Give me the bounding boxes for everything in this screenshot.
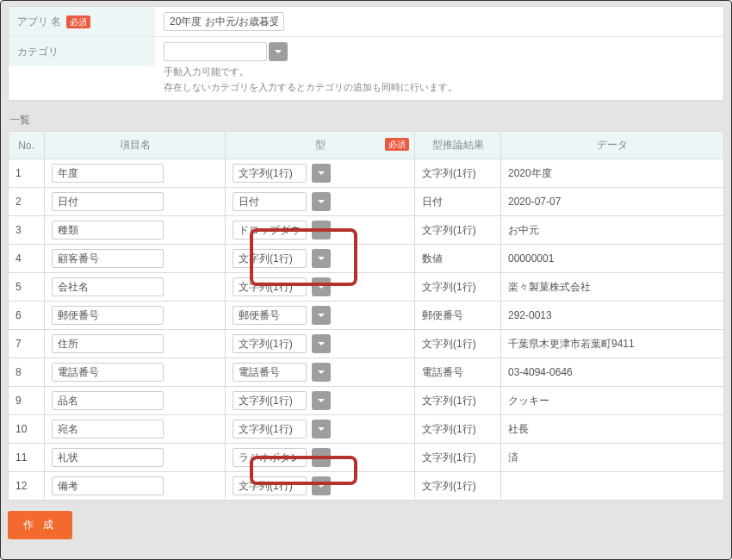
cell-data: クッキー <box>501 387 724 415</box>
table-row: 7文字列(1行)千葉県木更津市若葉町9411 <box>9 330 724 358</box>
label-app-name: アプリ 名 必須 <box>9 7 155 36</box>
chevron-down-icon <box>317 482 326 490</box>
type-dropdown-button[interactable] <box>312 334 331 353</box>
item-name-input[interactable] <box>52 277 164 296</box>
cell-data: 社長 <box>501 415 724 444</box>
cell-type <box>226 415 415 444</box>
chevron-down-icon <box>317 169 326 177</box>
cell-item <box>45 302 226 330</box>
cell-type <box>226 387 415 415</box>
cell-no: 10 <box>9 415 45 444</box>
chevron-down-icon <box>317 453 326 462</box>
col-item: 項目名 <box>45 132 226 159</box>
cell-inferred: 文字列(1行) <box>415 472 501 501</box>
item-name-input[interactable] <box>52 249 164 268</box>
type-select[interactable] <box>233 221 307 240</box>
type-select[interactable] <box>233 363 307 382</box>
category-dropdown-button[interactable] <box>269 42 288 61</box>
cell-data: 00000001 <box>501 245 724 273</box>
cell-data: 楽々製菓株式会社 <box>501 273 724 302</box>
cell-item <box>45 330 226 358</box>
cell-inferred: 文字列(1行) <box>415 387 501 415</box>
col-type: 型 必須 <box>226 132 415 159</box>
cell-type <box>226 273 415 302</box>
cell-inferred: 文字列(1行) <box>415 415 501 444</box>
cell-data: 2020-07-07 <box>501 188 724 216</box>
cell-item <box>45 387 226 415</box>
cell-item <box>45 216 226 245</box>
table-row: 5文字列(1行)楽々製菓株式会社 <box>9 273 724 302</box>
type-dropdown-button[interactable] <box>312 164 331 183</box>
chevron-down-icon <box>317 283 326 291</box>
type-dropdown-button[interactable] <box>312 277 331 296</box>
type-dropdown-button[interactable] <box>312 192 331 211</box>
label-category: カテゴリ <box>9 37 155 66</box>
item-name-input[interactable] <box>52 306 164 325</box>
cell-no: 9 <box>9 387 45 415</box>
app-name-input[interactable] <box>164 12 284 31</box>
cell-no: 7 <box>9 330 45 358</box>
item-name-input[interactable] <box>52 448 164 467</box>
cell-no: 1 <box>9 159 45 188</box>
type-dropdown-button[interactable] <box>312 363 331 382</box>
table-row: 4数値00000001 <box>9 245 724 273</box>
table-row: 3文字列(1行)お中元 <box>9 216 724 245</box>
type-dropdown-button[interactable] <box>312 476 331 495</box>
item-name-input[interactable] <box>52 334 164 353</box>
type-dropdown-button[interactable] <box>312 391 331 410</box>
type-dropdown-button[interactable] <box>312 448 331 467</box>
item-name-input[interactable] <box>52 221 164 240</box>
table-row: 8電話番号03-4094-0646 <box>9 358 724 387</box>
cell-no: 11 <box>9 444 45 472</box>
item-name-input[interactable] <box>52 420 164 439</box>
item-name-input[interactable] <box>52 391 164 410</box>
cell-data: 03-4094-0646 <box>501 358 724 387</box>
cell-item <box>45 472 226 501</box>
type-select[interactable] <box>233 192 307 211</box>
type-select[interactable] <box>233 249 307 268</box>
cell-type <box>226 159 415 188</box>
category-input[interactable] <box>164 42 267 61</box>
col-no: No. <box>9 132 45 159</box>
list-title: 一覧 <box>9 113 723 128</box>
table-row: 2日付2020-07-07 <box>9 188 724 216</box>
cell-type <box>226 472 415 501</box>
cell-inferred: 郵便番号 <box>415 302 501 330</box>
item-name-input[interactable] <box>52 164 164 183</box>
chevron-down-icon <box>317 425 326 433</box>
type-dropdown-button[interactable] <box>312 249 331 268</box>
item-name-input[interactable] <box>52 192 164 211</box>
type-select[interactable] <box>233 306 307 325</box>
cell-inferred: 文字列(1行) <box>415 330 501 358</box>
type-dropdown-button[interactable] <box>312 221 331 240</box>
label-app-name-text: アプリ 名 <box>17 15 61 29</box>
item-name-input[interactable] <box>52 363 164 382</box>
type-select[interactable] <box>233 164 307 183</box>
cell-data: お中元 <box>501 216 724 245</box>
item-name-input[interactable] <box>52 476 164 495</box>
type-dropdown-button[interactable] <box>312 306 331 325</box>
type-select[interactable] <box>233 476 307 495</box>
type-select[interactable] <box>233 277 307 296</box>
cell-no: 8 <box>9 358 45 387</box>
create-button[interactable]: 作 成 <box>8 511 72 539</box>
cell-no: 5 <box>9 273 45 302</box>
type-select[interactable] <box>233 420 307 439</box>
cell-inferred: 日付 <box>415 188 501 216</box>
cell-inferred: 文字列(1行) <box>415 159 501 188</box>
type-dropdown-button[interactable] <box>312 420 331 439</box>
cell-type <box>226 188 415 216</box>
table-row: 1文字列(1行)2020年度 <box>9 159 724 188</box>
cell-no: 12 <box>9 472 45 501</box>
type-select[interactable] <box>233 391 307 410</box>
type-select[interactable] <box>233 334 307 353</box>
cell-data <box>501 472 724 501</box>
cell-type <box>226 358 415 387</box>
cell-type <box>226 302 415 330</box>
cell-item <box>45 273 226 302</box>
cell-inferred: 電話番号 <box>415 358 501 387</box>
type-select[interactable] <box>233 448 307 467</box>
cell-inferred: 文字列(1行) <box>415 216 501 245</box>
chevron-down-icon <box>317 339 326 348</box>
chevron-down-icon <box>317 226 326 234</box>
